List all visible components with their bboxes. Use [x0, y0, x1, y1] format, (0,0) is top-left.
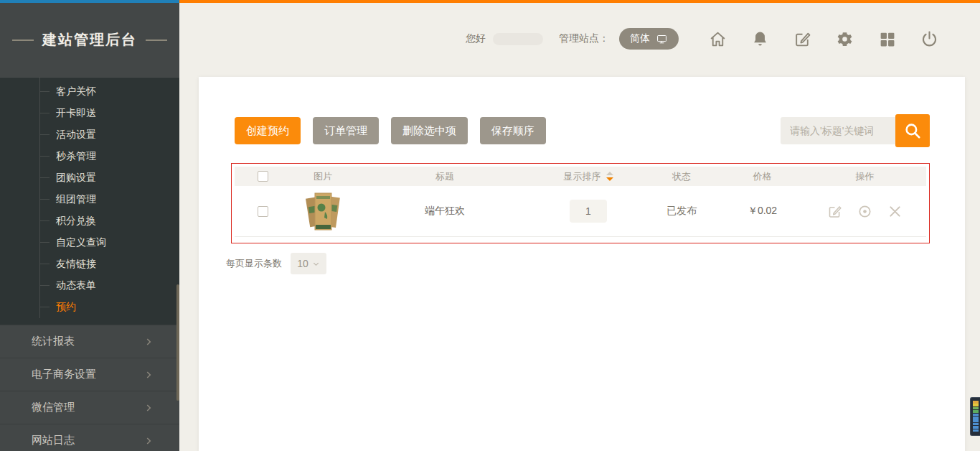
chevron-right-icon [143, 370, 154, 380]
edit-row-icon[interactable] [827, 204, 842, 219]
floating-widget-stripes [973, 401, 979, 432]
sidebar-item-customer-care[interactable]: 客户关怀 [0, 80, 179, 102]
preview-eye-icon[interactable] [857, 204, 872, 219]
app-title: 建站管理后台 [42, 30, 137, 50]
header: 您好 管理站点： 简体 [179, 3, 980, 75]
section-label: 电子商务设置 [32, 368, 96, 381]
column-header-image: 图片 [291, 170, 355, 183]
row-actions [827, 204, 903, 219]
sidebar-item-card-gift[interactable]: 开卡即送 [0, 102, 179, 124]
sort-order-input[interactable] [570, 200, 607, 223]
row-title: 端午狂欢 [425, 205, 465, 218]
logo-dash-right [146, 39, 167, 41]
app-logo: 建站管理后台 [0, 3, 179, 77]
sidebar-item-custom-query[interactable]: 自定义查询 [0, 231, 179, 253]
sidebar-item-reservation-active[interactable]: 预约 [0, 296, 179, 317]
chevron-right-icon [143, 337, 154, 347]
section-label: 网站日志 [32, 434, 75, 447]
username-redacted [493, 33, 543, 45]
sort-descending-icon [606, 177, 613, 181]
save-order-button[interactable]: 保存顺序 [480, 117, 546, 144]
sort-column-label: 显示排序 [564, 170, 601, 183]
floating-widget[interactable] [970, 397, 980, 436]
sidebar-item-flash-sale[interactable]: 秒杀管理 [0, 145, 179, 167]
per-page-control: 每页显示条数 10 [226, 253, 326, 274]
create-reservation-button[interactable]: 创建预约 [235, 117, 301, 144]
header-icon-group [709, 30, 938, 48]
delete-selected-button[interactable]: 删除选中项 [391, 117, 468, 144]
logo-dash-left [12, 39, 34, 41]
row-checkbox[interactable] [258, 206, 268, 217]
sidebar-item-points-exchange[interactable]: 积分兑换 [0, 210, 179, 231]
delete-x-icon[interactable] [887, 204, 903, 219]
section-label: 微信管理 [32, 401, 75, 414]
column-header-status: 状态 [642, 170, 721, 183]
order-management-button[interactable]: 订单管理 [313, 117, 379, 144]
monitor-icon [656, 34, 668, 45]
sidebar-item-friend-links[interactable]: 友情链接 [0, 253, 179, 274]
select-all-checkbox[interactable] [258, 171, 268, 182]
section-label: 统计报表 [32, 335, 75, 348]
sidebar-item-activity-settings[interactable]: 活动设置 [0, 124, 179, 145]
sidebar-section-site-logs[interactable]: 网站日志 [0, 424, 179, 451]
reservation-table: 图片 标题 显示排序 状态 价格 操作 [231, 163, 930, 243]
settings-gear-icon[interactable] [836, 30, 854, 48]
site-language-button[interactable]: 简体 [619, 28, 679, 50]
per-page-select[interactable]: 10 [291, 253, 326, 274]
search-button[interactable] [895, 114, 930, 147]
column-header-sort[interactable]: 显示排序 [534, 170, 642, 183]
column-header-price: 价格 [721, 170, 804, 183]
content-card: 创建预约 订单管理 删除选中项 保存顺序 图片 标题 显示排序 [199, 77, 965, 451]
search-group [781, 114, 930, 147]
sidebar-item-group-buy[interactable]: 团购设置 [0, 167, 179, 188]
toolbar: 创建预约 订单管理 删除选中项 保存顺序 [235, 114, 930, 147]
apps-grid-icon[interactable] [878, 30, 896, 48]
search-icon [903, 121, 922, 140]
product-image[interactable] [306, 190, 340, 232]
power-logout-icon[interactable] [920, 30, 938, 48]
topbar-blue-segment [0, 0, 179, 3]
search-input[interactable] [781, 117, 895, 144]
per-page-value: 10 [297, 258, 308, 269]
sidebar-section-ecommerce[interactable]: 电子商务设置 [0, 358, 179, 391]
sidebar-item-dynamic-forms[interactable]: 动态表单 [0, 274, 179, 296]
sidebar: 建站管理后台 客户关怀 开卡即送 活动设置 秒杀管理 团购设置 组团管理 积分兑… [0, 3, 179, 451]
sort-arrows-icon[interactable] [606, 172, 613, 181]
sidebar-scrollbar[interactable] [176, 284, 179, 401]
chevron-down-icon [312, 260, 320, 268]
sort-ascending-icon [606, 172, 613, 175]
per-page-label: 每页显示条数 [226, 257, 282, 270]
row-price: ￥0.02 [748, 205, 777, 218]
sidebar-section-statistics[interactable]: 统计报表 [0, 325, 179, 358]
column-header-title: 标题 [355, 170, 534, 183]
site-language-label: 简体 [630, 32, 650, 45]
greeting-text: 您好 [466, 32, 486, 45]
status-badge: 已发布 [666, 205, 697, 218]
home-icon[interactable] [709, 30, 727, 48]
notifications-bell-icon[interactable] [751, 30, 769, 48]
table-header-row: 图片 标题 显示排序 状态 价格 操作 [235, 167, 926, 186]
chevron-right-icon [143, 403, 154, 413]
site-label: 管理站点： [559, 32, 609, 45]
table-row: 端午狂欢 已发布 ￥0.02 [235, 186, 926, 237]
sidebar-item-group-manage[interactable]: 组团管理 [0, 188, 179, 210]
chevron-right-icon [143, 436, 154, 446]
sidebar-section-wechat[interactable]: 微信管理 [0, 391, 179, 424]
sidebar-submenu: 客户关怀 开卡即送 活动设置 秒杀管理 团购设置 组团管理 积分兑换 自定义查询… [0, 77, 179, 325]
column-header-actions: 操作 [804, 170, 926, 183]
topbar-orange-segment [179, 0, 980, 3]
edit-icon[interactable] [793, 30, 811, 48]
